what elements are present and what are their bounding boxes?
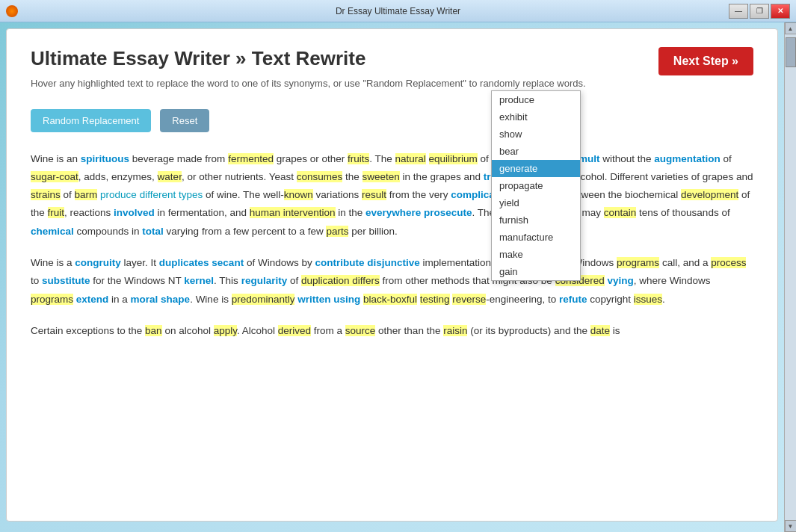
word-programs2[interactable]: programs: [31, 294, 73, 305]
word-issues[interactable]: issues: [634, 294, 662, 305]
random-replacement-button[interactable]: Random Replacement: [31, 109, 151, 132]
word-reverse[interactable]: reverse: [452, 294, 486, 305]
page-subtitle: Hover any highlighted text to replace th…: [31, 76, 753, 91]
word-sugarcoat[interactable]: sugar-coat: [31, 171, 78, 182]
word-contain[interactable]: contain: [604, 207, 637, 218]
restore-button[interactable]: ❐: [750, 4, 769, 19]
word-vying[interactable]: vying: [607, 275, 633, 286]
minimize-button[interactable]: —: [729, 4, 748, 19]
dropdown-item-produce[interactable]: produce: [492, 91, 580, 108]
word-substitute[interactable]: substitute: [42, 275, 90, 286]
word-consumes[interactable]: consumes: [297, 171, 343, 182]
word-raisin[interactable]: raisin: [443, 325, 467, 336]
dropdown-item-make[interactable]: make: [492, 246, 580, 263]
word-testing[interactable]: testing: [420, 294, 450, 305]
scrollbar-right: ▲ ▼: [784, 22, 796, 532]
word-written-using[interactable]: written using: [297, 294, 360, 305]
page-title: Ultimate Essay Writer » Text Rewrite: [31, 47, 753, 70]
word-duplicates-secant[interactable]: duplicates secant: [159, 257, 244, 268]
word-kernel[interactable]: kernel: [184, 275, 214, 286]
reset-button[interactable]: Reset: [160, 109, 209, 132]
word-barm[interactable]: barm: [75, 189, 98, 200]
dropdown-item-furnish[interactable]: furnish: [492, 211, 580, 229]
dropdown-item-yield[interactable]: yield: [492, 194, 580, 211]
word-source[interactable]: source: [345, 325, 376, 336]
word-everywhere-prosecute[interactable]: everywhere prosecute: [365, 207, 472, 218]
dropdown-item-manufacture[interactable]: manufacture: [492, 229, 580, 246]
close-button[interactable]: ✕: [771, 4, 790, 19]
window-title: Dr Essay Ultimate Essay Writer: [336, 6, 460, 16]
essay-paragraph-2: Wine is a congruity layer. It duplicates…: [31, 254, 753, 309]
dropdown-item-generate[interactable]: generate: [492, 160, 580, 177]
word-process[interactable]: process: [711, 257, 746, 268]
word-contribute-disjunctive[interactable]: contribute disjunctive: [315, 257, 419, 268]
dropdown-item-exhibit[interactable]: exhibit: [492, 108, 580, 126]
word-chemical[interactable]: chemical: [31, 226, 74, 237]
title-bar-left: [6, 5, 18, 17]
word-apply[interactable]: apply: [214, 325, 237, 336]
synonym-dropdown: produce exhibit show bear generate propa…: [491, 90, 581, 281]
word-strains[interactable]: strains: [31, 189, 61, 200]
word-known[interactable]: known: [284, 189, 313, 200]
word-augmentation[interactable]: augmentation: [654, 153, 721, 164]
word-fermented[interactable]: fermented: [228, 153, 274, 164]
word-duplication-differs[interactable]: duplication differs: [301, 275, 380, 286]
word-programs[interactable]: programs: [617, 257, 659, 268]
word-ban[interactable]: ban: [145, 325, 162, 336]
scroll-thumb[interactable]: [786, 37, 796, 67]
dropdown-item-gain[interactable]: gain: [492, 263, 580, 280]
word-parts[interactable]: parts: [326, 226, 348, 237]
window-controls: — ❐ ✕: [729, 4, 790, 19]
word-fruit[interactable]: fruit: [48, 207, 65, 218]
button-row: Random Replacement Reset: [31, 109, 753, 132]
app-icon: [6, 5, 18, 17]
word-congruity[interactable]: congruity: [75, 257, 121, 268]
word-involved[interactable]: involved: [114, 207, 155, 218]
word-produce[interactable]: produce: [100, 189, 137, 200]
word-derived[interactable]: derived: [278, 325, 311, 336]
dropdown-item-bear[interactable]: bear: [492, 143, 580, 160]
word-development[interactable]: development: [681, 189, 738, 200]
main-content: Ultimate Essay Writer » Text Rewrite Hov…: [6, 28, 778, 522]
word-moral-shape[interactable]: moral shape: [131, 294, 191, 305]
word-predominantly[interactable]: predominantly: [232, 294, 295, 305]
word-total[interactable]: total: [142, 226, 164, 237]
word-natural[interactable]: natural: [395, 153, 426, 164]
scroll-down-button[interactable]: ▼: [785, 520, 797, 532]
next-step-button[interactable]: Next Step »: [658, 47, 753, 75]
word-equilibrium[interactable]: equilibrium: [429, 153, 478, 164]
essay-paragraph-3: Certain exceptions to the ban on alcohol…: [31, 322, 753, 340]
dropdown-item-show[interactable]: show: [492, 126, 580, 143]
word-extend[interactable]: extend: [76, 294, 109, 305]
word-result[interactable]: result: [362, 189, 386, 200]
word-black-boxful[interactable]: black-boxful: [363, 294, 417, 305]
word-human-intervention[interactable]: human intervention: [250, 207, 336, 218]
word-sweeten[interactable]: sweeten: [362, 171, 400, 182]
title-bar: Dr Essay Ultimate Essay Writer — ❐ ✕: [0, 0, 796, 22]
word-date[interactable]: date: [590, 325, 610, 336]
scroll-up-button[interactable]: ▲: [785, 22, 797, 34]
essay-text: Wine is an spirituous beverage made from…: [31, 150, 753, 341]
word-fruits[interactable]: fruits: [348, 153, 369, 164]
word-refute[interactable]: refute: [559, 294, 587, 305]
dropdown-item-propagate[interactable]: propagate: [492, 177, 580, 194]
word-different-types[interactable]: different types: [140, 189, 203, 200]
word-water[interactable]: water: [158, 171, 182, 182]
essay-paragraph-1: Wine is an spirituous beverage made from…: [31, 150, 753, 241]
word-spirituous[interactable]: spirituous: [81, 153, 129, 164]
word-regularity[interactable]: regularity: [241, 275, 288, 286]
